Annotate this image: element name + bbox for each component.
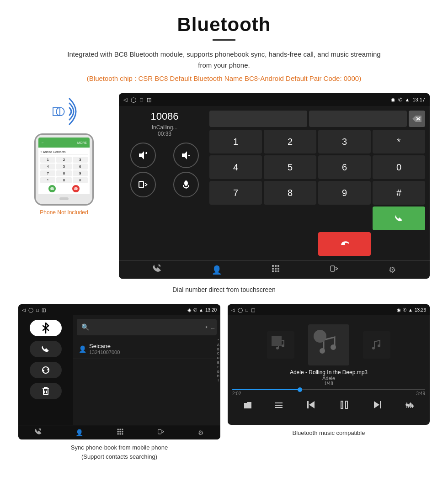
num-key-hash[interactable]: # [373,181,425,205]
svg-point-65 [410,403,411,405]
num-key-8[interactable]: 8 [264,181,316,205]
phone-home-btn [59,197,69,200]
pb-nav-transfer[interactable] [157,428,165,437]
phone-key-2: 2 [56,157,71,163]
pb-menu-icon: ◫ [42,307,46,312]
mute-btn[interactable] [173,172,199,197]
dial-bottom-contacts-icon[interactable]: 👤 [212,265,222,275]
music-next-btn[interactable] [372,399,383,413]
pb-call-btn[interactable] [30,341,62,357]
phonebook-item: ◁ ◯ □ ◫ ◉ ✆ ▲ 13:20 [18,304,220,461]
music-progress-bg [232,389,425,390]
svg-rect-19 [272,270,274,272]
svg-rect-16 [272,268,274,270]
music-current-time: 2:02 [232,391,241,396]
pb-bluetooth-btn[interactable] [30,320,62,336]
dial-caption: Dial number direct from touchscreen [18,286,430,293]
num-key-star[interactable]: * [373,130,425,154]
music-list-btn[interactable] [274,401,283,412]
num-key-0[interactable]: 0 [373,155,425,179]
pb-alpha-b: B [217,347,219,352]
volume-down-btn[interactable] [173,143,199,168]
num-key-7[interactable]: 7 [209,181,262,205]
phone-bar-label: ← [41,141,44,144]
svg-rect-55 [341,401,343,408]
call-status: InCalling... [123,124,206,131]
pb-nav-dialpad[interactable] [117,428,124,437]
dial-bottom-transfer-icon[interactable] [330,264,339,275]
music-song-title: Adele - Rolling In the Deep.mp3 [290,369,368,376]
phone-keypad: 1 2 3 4 5 6 7 8 9 * 0 # [40,157,88,183]
phone-not-included-label: Phone Not Included [40,209,88,216]
pb-status-left: ◁ ◯ □ ◫ [22,307,46,312]
pb-alpha-h: H [217,374,219,378]
pb-sync-btn[interactable] [30,362,62,378]
dial-top-input [209,111,425,127]
pb-delete-btn[interactable] [30,383,62,399]
dial-status-bar: ◁ ◯ □ ◫ ◉ ✆ ▲ 13:17 [119,93,430,106]
music-status-bar: ◁ ◯ □ ◫ ◉ ✆ ▲ 13:26 [228,304,430,315]
music-folder-btn[interactable] [243,401,252,412]
music-menu-icon: ◫ [251,307,255,312]
dial-time: 13:17 [412,97,425,102]
pb-time: 13:20 [205,307,217,312]
pb-alpha-f: F [217,365,219,370]
svg-point-47 [331,344,336,350]
num-key-5[interactable]: 5 [264,155,316,179]
pb-phone-icon: ✆ [193,307,197,312]
pb-nav-calls[interactable] [35,428,42,437]
pb-nav-settings[interactable]: ⚙ [198,429,204,436]
music-square-icon: □ [245,307,248,312]
dial-backspace-btn[interactable] [409,111,425,127]
phonebook-screen: ◁ ◯ □ ◫ ◉ ✆ ▲ 13:20 [18,304,220,439]
svg-point-66 [411,405,413,407]
music-layout: Adele - Rolling In the Deep.mp3 Adele 1/… [228,315,430,425]
pb-search-bar[interactable]: 🔍 [77,319,217,335]
music-eq-btn[interactable] [405,401,414,412]
num-key-1[interactable]: 1 [209,130,262,154]
end-call-btn[interactable] [318,232,371,256]
svg-rect-37 [122,431,123,432]
num-key-6[interactable]: 6 [318,155,371,179]
svg-point-64 [408,405,410,407]
dial-bottom-dialpad-icon[interactable] [271,264,280,275]
svg-point-44 [276,347,279,349]
svg-rect-34 [122,429,123,430]
svg-rect-18 [277,268,279,270]
music-progress-dot[interactable] [298,387,302,392]
phone-key-1: 1 [40,157,55,163]
music-time: 13:26 [415,307,426,312]
music-progress-area: 2:02 3:49 [232,389,425,396]
num-key-2[interactable]: 2 [264,130,316,154]
dial-location-icon: ◉ [391,97,395,103]
num-key-9[interactable]: 9 [318,181,371,205]
svg-rect-14 [275,265,277,267]
pb-nav-contacts[interactable]: 👤 [75,429,83,436]
phone-more-label: MORE [77,141,87,144]
subtitle-text: Integrated with BC8 Bluetooth module, su… [64,49,384,71]
pb-contact-row[interactable]: 👤 Seicane 13241007000 [73,339,220,359]
phone-key-5: 5 [56,164,71,169]
music-prev-btn[interactable] [305,399,316,413]
svg-point-49 [378,344,380,347]
num-key-4[interactable]: 4 [209,155,262,179]
phone-key-4: 4 [40,164,55,169]
num-key-3[interactable]: 3 [318,130,371,154]
phone-bottom-buttons: ☎ ☎ [40,185,88,192]
music-progress-fill [232,389,300,390]
dial-bottom-settings-icon[interactable]: ⚙ [389,265,396,275]
transfer-call-btn[interactable] [130,172,156,197]
svg-text:⎄: ⎄ [53,98,65,121]
phone-contact-row: + Add to Contacts [40,149,88,155]
dial-bottom-calls-icon[interactable] [153,264,162,275]
volume-up-btn[interactable] [130,143,156,168]
pb-search-icon: 🔍 [81,323,89,331]
pb-contact-number: 13241007000 [89,349,120,355]
title-underline [213,39,235,41]
music-total-time: 3:49 [416,391,425,396]
phone-key-6: 6 [73,164,88,169]
music-play-btn[interactable] [338,399,350,413]
bluetooth-icon-area: ⎄ [41,93,87,130]
answer-call-btn[interactable] [373,206,425,230]
phone-col: ⎄ ← MORE + Add to Contacts 1 2 3 4 5 [18,93,110,216]
